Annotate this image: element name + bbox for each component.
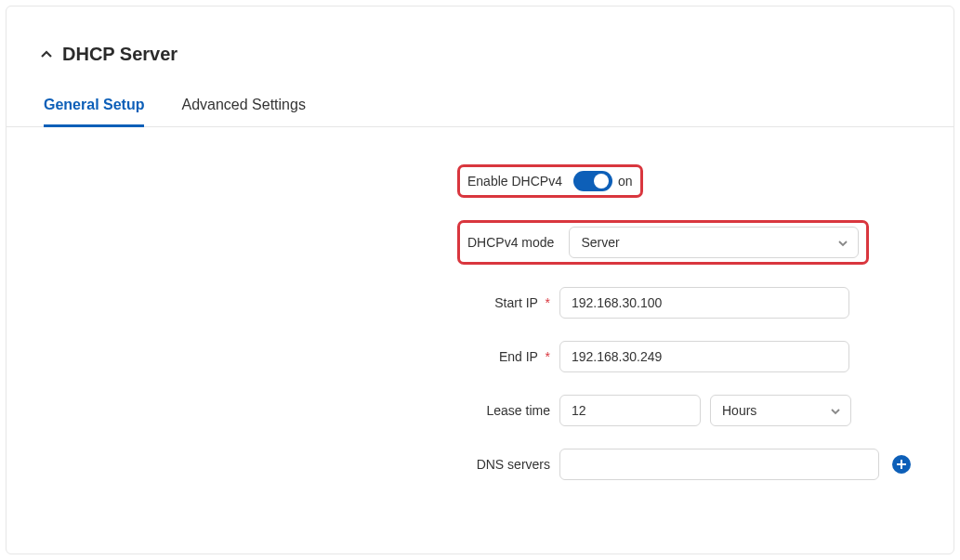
lease-time-label: Lease time [487, 403, 550, 418]
start-ip-label: Start IP [494, 295, 537, 310]
lease-time-unit-select[interactable]: Hours [710, 395, 851, 426]
section-title: DHCP Server [62, 44, 178, 65]
row-start-ip: Start IP * [7, 287, 953, 319]
lease-time-unit-value: Hours [722, 403, 756, 418]
enable-dhcpv4-label: Enable DHCPv4 [467, 174, 562, 189]
dhcp-server-panel: DHCP Server General Setup Advanced Setti… [6, 6, 954, 554]
dns-servers-label: DNS servers [477, 457, 550, 472]
row-dhcpv4-mode: DHCPv4 mode Server [7, 220, 953, 265]
row-dns-servers: DNS servers [7, 449, 953, 480]
enable-dhcpv4-state: on [618, 174, 633, 189]
chevron-down-icon [830, 403, 841, 418]
dhcpv4-mode-value: Server [581, 235, 619, 250]
end-ip-label: End IP [499, 349, 538, 364]
tabs: General Setup Advanced Settings [7, 89, 953, 127]
end-ip-input[interactable] [559, 341, 849, 372]
dns-servers-input[interactable] [559, 449, 879, 480]
add-dns-server-button[interactable] [892, 455, 911, 474]
row-lease-time: Lease time Hours [7, 395, 953, 426]
toggle-knob [594, 174, 609, 189]
start-ip-label-wrap: Start IP * [7, 295, 559, 310]
highlight-dhcpv4-mode: DHCPv4 mode Server [457, 220, 869, 265]
row-end-ip: End IP * [7, 341, 953, 372]
dhcpv4-mode-label: DHCPv4 mode [467, 235, 554, 250]
section-header[interactable]: DHCP Server [7, 7, 953, 89]
start-ip-input[interactable] [559, 287, 849, 319]
tab-advanced-settings[interactable]: Advanced Settings [181, 89, 305, 126]
lease-time-input[interactable] [559, 395, 701, 426]
chevron-up-icon [40, 48, 53, 61]
end-ip-label-wrap: End IP * [7, 349, 559, 364]
required-asterisk: * [546, 295, 550, 310]
chevron-down-icon [837, 235, 848, 250]
row-enable-dhcpv4: Enable DHCPv4 on [7, 164, 953, 198]
form-area: Enable DHCPv4 on DHCPv4 mode Server [7, 127, 953, 480]
required-asterisk: * [546, 349, 550, 364]
dhcpv4-mode-select[interactable]: Server [569, 227, 859, 258]
dns-servers-label-wrap: DNS servers [7, 457, 559, 472]
highlight-enable-dhcpv4: Enable DHCPv4 on [457, 164, 643, 198]
lease-time-label-wrap: Lease time [7, 403, 559, 418]
enable-dhcpv4-toggle[interactable] [573, 171, 612, 191]
tab-general-setup[interactable]: General Setup [44, 89, 144, 126]
